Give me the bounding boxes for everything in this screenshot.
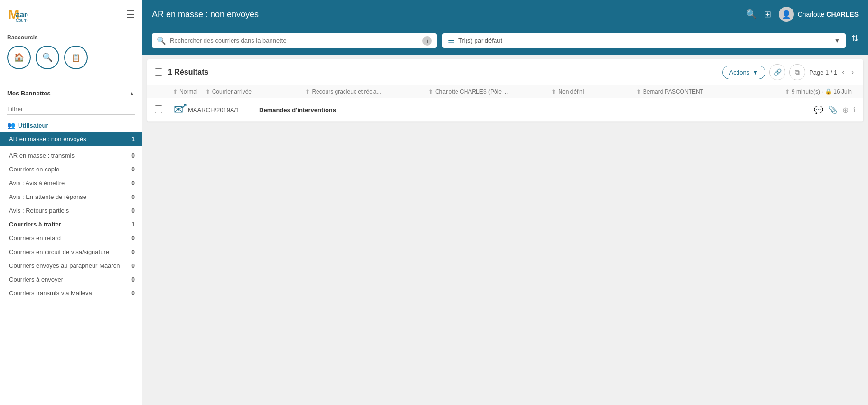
bannette-item-courriers-parapheur[interactable]: Courriers envoyés au parapheur Maarch 0 [0, 259, 142, 273]
bannette-item-avis-retours[interactable]: Avis : Retours partiels 0 [0, 204, 142, 217]
main-content: AR en masse : non envoyés 🔍 ⊞ 👤 Charlott… [142, 0, 868, 405]
bannette-item-label: Avis : Avis à émettre [9, 179, 65, 187]
table-row[interactable]: ✉ ↗ MAARCH/2019A/1 Demandes d'interventi… [147, 98, 863, 122]
logo-icon: M aarch Courrier [7, 5, 28, 24]
filter-input[interactable] [7, 104, 135, 115]
col-entity-label: Charlotte CHARLES (Pôle ... [435, 88, 508, 95]
col-entity[interactable]: ⬆ Charlotte CHARLES (Pôle ... [425, 88, 548, 95]
column-headers: ⬆ Normal ⬆ Courrier arrivée ⬆ Recours gr… [147, 85, 863, 98]
topbar-right: 🔍 ⊞ 👤 Charlotte CHARLES [746, 7, 859, 22]
col-category[interactable]: ⬆ Recours gracieux et récla... [301, 88, 424, 95]
bannette-item-ar-non-envoyes[interactable]: AR en masse : non envoyés 1 [0, 132, 142, 146]
page-label: Page 1 / 1 [809, 69, 837, 76]
col-dest[interactable]: ⬆ Non défini [548, 88, 632, 95]
col-priority[interactable]: ⬆ Normal [169, 88, 202, 95]
bannette-item-avis-attente[interactable]: Avis : En attente de réponse 0 [0, 190, 142, 204]
link-icon-button[interactable]: 🔗 [769, 64, 785, 80]
col-priority-label: Normal [179, 88, 198, 95]
next-page-button[interactable]: › [849, 67, 856, 77]
attachment-icon[interactable]: 📎 [828, 105, 838, 114]
col-dest-label: Non défini [558, 88, 584, 95]
col-category-label: Recours gracieux et récla... [312, 88, 381, 95]
bannette-count: 0 [127, 166, 135, 173]
info-icon[interactable]: ℹ [853, 106, 856, 113]
row-checkbox[interactable] [155, 105, 162, 113]
col-type-label: Courrier arrivée [212, 88, 252, 95]
bannette-count: 0 [127, 263, 135, 269]
bannette-item-label: Courriers en retard [9, 235, 61, 242]
sort-type-icon: ⬆ [205, 88, 210, 95]
mail-subject: Demandes d'interventions [259, 106, 809, 113]
bannette-item-label: Courriers en circuit de visa/signature [9, 248, 109, 255]
filter-section [0, 102, 142, 119]
search-wrapper: 🔍 i [152, 33, 437, 48]
search-shortcut-button[interactable]: 🔍 [36, 46, 59, 69]
prev-page-button[interactable]: ‹ [840, 67, 846, 77]
col-date[interactable]: ⬆ 9 minute(s) · 🔒 16 Juin [756, 88, 856, 95]
utilisateur-section: 👥 Utilisateur [0, 119, 142, 132]
pagination: Page 1 / 1 ‹ › [809, 67, 856, 77]
bannette-list: AR en masse : non envoyés 1 AR en masse … [0, 132, 142, 300]
bannette-item-courriers-circuit[interactable]: Courriers en circuit de visa/signature 0 [0, 245, 142, 259]
home-shortcut-button[interactable]: 🏠 [7, 46, 31, 69]
bannette-count: 0 [127, 194, 135, 200]
bannette-item-courriers-retard[interactable]: Courriers en retard 0 [0, 231, 142, 245]
svg-text:Courrier: Courrier [16, 18, 28, 23]
col-sender-label: Bernard PASCONTENT [643, 88, 703, 95]
user-profile[interactable]: 👤 Charlotte CHARLES [779, 7, 859, 22]
sort-wrapper[interactable]: ☰ Tri(s) par défaut ▼ [442, 33, 846, 48]
mail-arrow-icon: ↗ [181, 102, 187, 110]
results-left: 1 Résultats [155, 68, 208, 76]
bannette-item-courriers-traiter[interactable]: Courriers à traiter 1 [0, 217, 142, 231]
sort-priority-icon: ⬆ [173, 88, 177, 95]
raccourcis-section: Raccourcis 🏠 🔍 📋 [0, 28, 142, 77]
bannette-item-label: Courriers à envoyer [9, 276, 63, 283]
bannette-count: 0 [127, 276, 135, 283]
bannette-item-label: Courriers envoyés au parapheur Maarch [9, 262, 120, 269]
search-info-icon[interactable]: i [422, 36, 432, 46]
bannette-count: 0 [127, 152, 135, 159]
bannette-item-label: Avis : Retours partiels [9, 207, 69, 214]
sort-category-icon: ⬆ [305, 88, 310, 95]
comment-icon[interactable]: 💬 [814, 105, 823, 114]
actions-button[interactable]: Actions ▼ [722, 66, 766, 79]
grid-icon[interactable]: ⊞ [764, 9, 771, 19]
sort-label: Tri(s) par défaut [458, 37, 831, 44]
envelope-icon-wrapper: ✉ ↗ [174, 103, 183, 116]
bannette-item-label: Courriers transmis via Maileva [9, 290, 92, 297]
sort-extra-icon[interactable]: ⇅ [851, 33, 859, 48]
user-name: Charlotte CHARLES [798, 10, 859, 18]
chevron-up-icon: ▲ [129, 90, 135, 97]
mes-bannettes-header[interactable]: Mes Bannettes ▲ [0, 85, 142, 102]
bannette-count: 1 [127, 221, 135, 228]
bannette-count: 0 [127, 249, 135, 255]
doc-shortcut-button[interactable]: 📋 [64, 46, 88, 69]
results-panel: 1 Résultats Actions ▼ 🔗 ⧉ Page 1 / 1 ‹ › [147, 59, 863, 122]
bannette-item-courriers-copie[interactable]: Courriers en copie 0 [0, 162, 142, 176]
bannette-item-ar-transmis[interactable]: AR en masse : transmis 0 [0, 149, 142, 162]
search-bar: 🔍 i ☰ Tri(s) par défaut ▼ ⇅ [142, 28, 868, 55]
bannette-count: 0 [127, 235, 135, 242]
menu-hamburger-icon[interactable]: ☰ [126, 9, 135, 20]
col-sender[interactable]: ⬆ Bernard PASCONTENT [633, 88, 756, 95]
hierarchy-icon[interactable]: ⊕ [842, 105, 849, 114]
actions-label: Actions [729, 69, 750, 76]
bannette-count: 0 [127, 180, 135, 187]
shortcuts-container: 🏠 🔍 📋 [7, 46, 135, 69]
bannette-count: 0 [127, 207, 135, 214]
col-type[interactable]: ⬆ Courrier arrivée [202, 88, 302, 95]
copy-icon-button[interactable]: ⧉ [789, 64, 805, 80]
select-all-checkbox[interactable] [155, 68, 162, 76]
bannette-item-courriers-maileva[interactable]: Courriers transmis via Maileva 0 [0, 286, 142, 300]
utilisateur-label: Utilisateur [18, 122, 48, 129]
search-icon[interactable]: 🔍 [746, 9, 756, 19]
maarch-logo-svg: M aarch Courrier [7, 5, 28, 24]
col-date-label: 9 minute(s) · 🔒 16 Juin [792, 88, 852, 95]
search-magnifier-icon: 🔍 [157, 36, 166, 45]
sort-dest-icon: ⬆ [551, 88, 556, 95]
search-input[interactable] [170, 33, 419, 48]
bannette-item-courriers-envoyer[interactable]: Courriers à envoyer 0 [0, 273, 142, 286]
bannette-item-label: Courriers en copie [9, 166, 59, 173]
bannette-item-label: AR en masse : transmis [9, 152, 75, 159]
bannette-item-avis-emettre[interactable]: Avis : Avis à émettre 0 [0, 176, 142, 190]
